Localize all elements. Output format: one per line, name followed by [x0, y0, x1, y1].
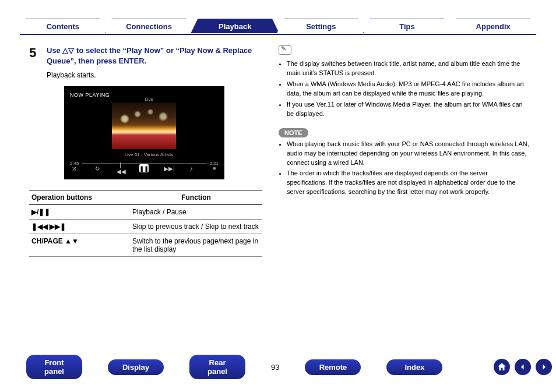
- op-btn-1: ❚◀◀ ▶▶❚: [31, 223, 66, 231]
- skip-next-icon: ▶▶|: [164, 165, 172, 172]
- prev-page-icon[interactable]: [515, 359, 531, 375]
- step-subtext: Playback starts.: [47, 71, 262, 79]
- player-buttons: ⤮ ↻ |◀◀ ❚❚ ▶▶| ♪ ≡: [70, 162, 219, 175]
- op-btn-0: ▶/❚❚: [31, 208, 50, 216]
- op-th2: Function: [130, 190, 262, 205]
- home-icon[interactable]: [494, 359, 510, 375]
- list-item: When playing back music files with your …: [287, 140, 529, 168]
- table-row: ▶/❚❚Playback / Pause: [29, 205, 262, 220]
- manual-page: Contents Connections Playback Settings T…: [0, 0, 556, 392]
- op-th1: Operation buttons: [29, 190, 130, 205]
- index-button[interactable]: Index: [386, 359, 442, 375]
- step-title-post: to select the “Play Now” or “Play Now & …: [47, 46, 252, 65]
- repeat-icon: ↻: [93, 165, 101, 172]
- tab-connections[interactable]: Connections: [105, 19, 193, 33]
- rear-panel-button[interactable]: Rear panel: [189, 355, 245, 379]
- display-button[interactable]: Display: [108, 359, 164, 375]
- bottom-nav: Front panel Display Rear panel 93 Remote…: [26, 358, 530, 376]
- tip-icon: [279, 45, 291, 55]
- skip-prev-icon: |◀◀: [117, 162, 125, 175]
- remote-button[interactable]: Remote: [305, 359, 361, 375]
- front-panel-button[interactable]: Front panel: [26, 355, 82, 379]
- shuffle-icon: ⤮: [70, 165, 78, 172]
- table-row: ❚◀◀ ▶▶❚Skip to previous track / Skip to …: [29, 220, 262, 234]
- op-btn-2: CH/PAGE ▲▼: [31, 237, 79, 245]
- list-item: When a WMA (Windows Media Audio), MP3 or…: [287, 80, 529, 98]
- tip-list: The display switches between track title…: [279, 59, 529, 119]
- step-title: Use △▽ to select the “Play Now” or “Play…: [47, 45, 262, 66]
- tab-appendix[interactable]: Appendix: [449, 19, 537, 33]
- step-number: 5: [29, 45, 36, 61]
- list-item: If you use Ver.11 or later of Windows Me…: [287, 100, 529, 119]
- list-item: The display switches between track title…: [287, 59, 529, 78]
- next-page-icon[interactable]: [536, 359, 552, 375]
- op-fn-0: Playback / Pause: [130, 205, 262, 220]
- step-title-pre: Use: [47, 46, 62, 55]
- tab-tips[interactable]: Tips: [363, 19, 452, 33]
- tab-playback[interactable]: Playback: [191, 19, 279, 33]
- note-badge: NOTE: [279, 128, 308, 137]
- cursor-up-down-icon: △▽: [62, 46, 74, 55]
- queue-icon: ≡: [210, 165, 219, 172]
- pause-icon: ❚❚: [139, 164, 149, 172]
- player-track: Live 01 - Various Artists: [69, 152, 229, 157]
- operation-table: Operation buttons Function ▶/❚❚Playback …: [29, 190, 262, 257]
- page-number: 93: [271, 363, 279, 372]
- list-item: The order in which the tracks/files are …: [287, 169, 529, 197]
- player-album: Live: [69, 97, 229, 102]
- table-row: CH/PAGE ▲▼Switch to the previous page/ne…: [29, 234, 262, 257]
- eq-icon: ♪: [187, 165, 195, 172]
- player-screenshot: NOW PLAYING Live Live 01 - Various Artis…: [64, 86, 224, 179]
- op-fn-2: Switch to the previous page/next page in…: [130, 234, 262, 257]
- tab-contents[interactable]: Contents: [19, 19, 107, 33]
- note-list: When playing back music files with your …: [279, 140, 529, 197]
- op-fn-1: Skip to previous track / Skip to next tr…: [130, 220, 262, 234]
- top-tab-bar: Contents Connections Playback Settings T…: [20, 19, 536, 35]
- album-art: [112, 103, 176, 149]
- tab-settings[interactable]: Settings: [277, 19, 365, 33]
